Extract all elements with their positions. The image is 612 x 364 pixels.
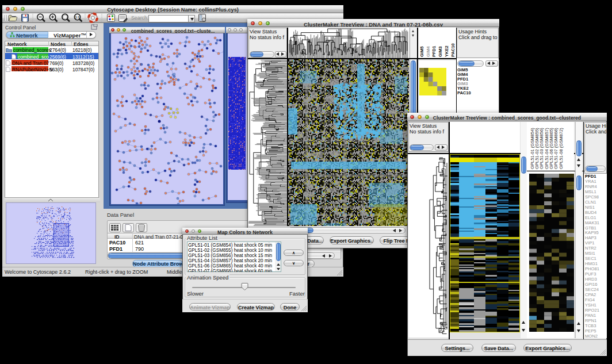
svg-text:Search:: Search:: [131, 15, 148, 21]
svg-text:1:1: 1:1: [75, 16, 80, 19]
